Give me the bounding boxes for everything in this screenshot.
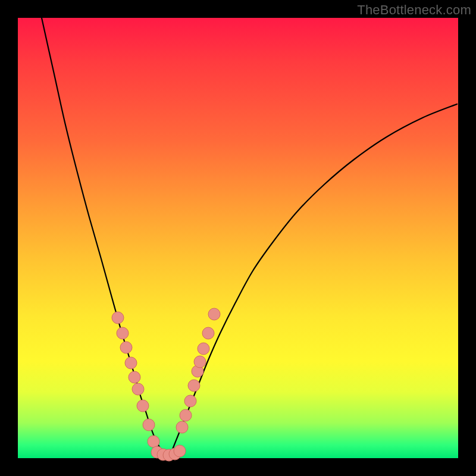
left-dot xyxy=(120,342,132,353)
watermark-text: TheBottleneck.com xyxy=(357,2,471,18)
curve-layer xyxy=(18,18,458,458)
left-dot xyxy=(117,327,129,339)
floor-dot xyxy=(174,445,186,457)
left-dot xyxy=(143,419,155,431)
right-dot xyxy=(208,308,220,320)
curve-paths xyxy=(42,18,457,456)
right-dot xyxy=(198,343,209,355)
right-dot xyxy=(188,380,200,392)
series-right-branch xyxy=(173,104,457,449)
left-dot xyxy=(112,312,124,324)
right-dot xyxy=(184,395,196,407)
left-dot xyxy=(148,436,159,447)
right-dot xyxy=(194,356,206,368)
left-dot xyxy=(137,400,149,412)
right-dot xyxy=(180,409,192,421)
left-dot xyxy=(129,371,140,383)
chart-frame: TheBottleneck.com xyxy=(0,0,476,476)
right-dot xyxy=(176,421,188,433)
series-left-branch xyxy=(42,18,161,449)
left-dot xyxy=(125,357,137,369)
right-dot xyxy=(202,327,214,339)
left-dot xyxy=(132,383,144,395)
data-dots xyxy=(112,308,220,461)
